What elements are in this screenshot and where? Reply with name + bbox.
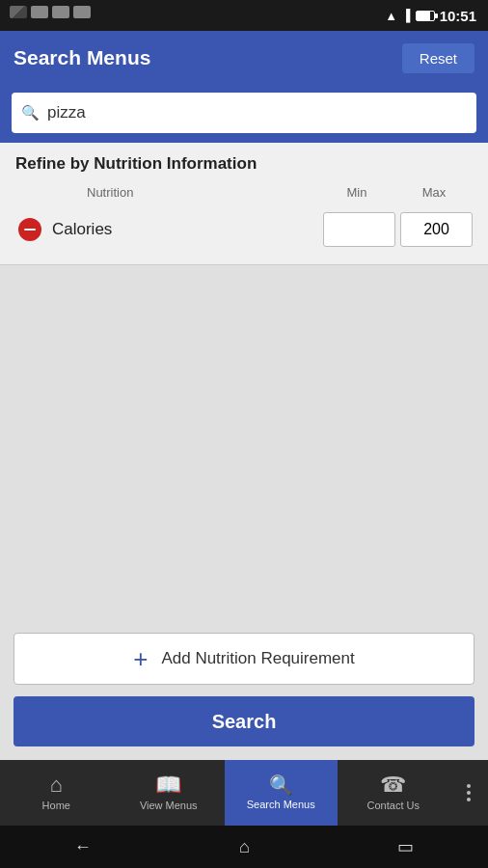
remove-calories-button[interactable]: [15, 215, 44, 244]
search-button[interactable]: Search: [14, 696, 474, 746]
minus-circle-icon: [18, 218, 41, 241]
more-options-button[interactable]: [449, 760, 488, 826]
system-nav: ← ⌂ ▭: [0, 826, 488, 868]
min-col-header: Min: [318, 185, 395, 200]
nav-label-view-menus: View Menus: [140, 800, 198, 811]
nav-item-home[interactable]: ⌂ Home: [0, 760, 113, 826]
status-time: 10:51: [440, 8, 476, 24]
photo-icon: [10, 6, 27, 18]
calories-max-input[interactable]: [400, 212, 473, 247]
page-title: Search Menus: [14, 46, 150, 69]
content-spacer: [0, 265, 488, 621]
reset-button[interactable]: Reset: [402, 43, 474, 73]
refine-section: Refine by Nutrition Information Nutritio…: [0, 143, 488, 265]
nav-item-contact-us[interactable]: ☎ Contact Us: [338, 760, 450, 826]
lock-icon: [52, 6, 69, 18]
bottom-nav: ⌂ Home 📖 View Menus 🔍 Search Menus ☎ Con…: [0, 760, 488, 826]
nav-item-view-menus[interactable]: 📖 View Menus: [113, 760, 226, 826]
home-system-button[interactable]: ⌂: [233, 831, 256, 863]
system-icons: ▲ ▐ 10:51: [385, 8, 476, 24]
minus-line: [24, 229, 36, 231]
nutrition-header-row: Nutrition Min Max: [15, 181, 473, 206]
search-input[interactable]: [47, 103, 467, 122]
main-content: Refine by Nutrition Information Nutritio…: [0, 143, 488, 760]
refine-title: Refine by Nutrition Information: [15, 154, 473, 174]
nav-label-contact-us: Contact Us: [367, 800, 420, 811]
search-bar-area: 🔍: [0, 85, 488, 143]
calories-min-input[interactable]: [323, 212, 395, 247]
recents-button[interactable]: ▭: [392, 830, 420, 863]
back-button[interactable]: ←: [68, 831, 97, 863]
more-icon: [467, 784, 471, 801]
search-input-wrapper: 🔍: [12, 93, 476, 133]
add-nutrition-area: + Add Nutrition Requirement: [0, 621, 488, 696]
add-nutrition-label: Add Nutrition Requirement: [161, 649, 354, 668]
battery-icon: [416, 11, 435, 21]
search-icon: 🔍: [21, 104, 40, 122]
max-col-header: Max: [395, 185, 473, 200]
app-header: Search Menus Reset: [0, 31, 488, 85]
signal-icon: ▐: [402, 9, 411, 22]
plus-icon: +: [133, 646, 148, 671]
game-icon: [73, 6, 91, 18]
nav-label-search-menus: Search Menus: [247, 799, 315, 810]
wifi-icon: ▲: [385, 9, 397, 23]
calories-row: Calories: [15, 206, 473, 257]
notification-icons: [10, 6, 91, 18]
nav-label-home: Home: [42, 800, 70, 811]
search-button-area: Search: [0, 696, 488, 760]
add-nutrition-button[interactable]: + Add Nutrition Requirement: [14, 633, 474, 685]
search-nav-icon: 🔍: [269, 775, 293, 795]
home-icon: ⌂: [50, 774, 63, 796]
download-icon: [31, 6, 48, 18]
nutrition-col-header: Nutrition: [87, 183, 318, 201]
status-bar: ▲ ▐ 10:51: [0, 0, 488, 31]
calories-label: Calories: [52, 220, 323, 239]
book-icon: 📖: [155, 774, 181, 796]
phone-icon: ☎: [380, 774, 406, 796]
nav-item-search-menus[interactable]: 🔍 Search Menus: [225, 760, 338, 826]
